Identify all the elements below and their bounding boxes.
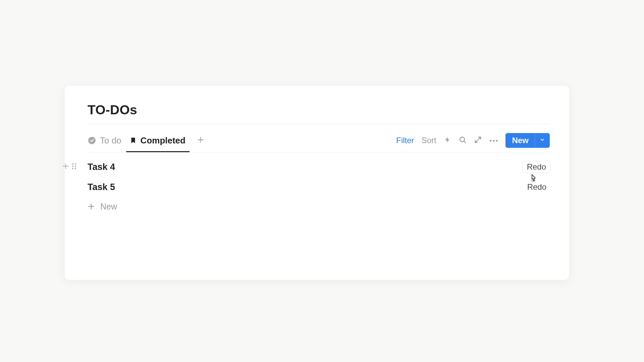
svg-point-12 <box>72 163 74 165</box>
expand-diagonal-icon <box>474 136 482 145</box>
plus-icon[interactable] <box>62 163 69 171</box>
plus-icon <box>88 203 95 210</box>
row-hover-controls <box>62 157 77 177</box>
svg-point-8 <box>493 140 494 141</box>
toolbar: Filter Sort <box>396 133 550 148</box>
tab-completed[interactable]: Completed <box>129 132 185 148</box>
tab-label: To do <box>100 135 121 146</box>
svg-point-14 <box>72 166 74 167</box>
svg-point-17 <box>75 168 76 170</box>
search-button[interactable] <box>459 136 467 145</box>
sort-button[interactable]: Sort <box>422 136 436 145</box>
task-list: Task 4 Redo Task 5 Redo New <box>88 157 550 216</box>
task-title[interactable]: Task 5 <box>88 182 115 192</box>
tabs: To do Completed <box>88 132 206 148</box>
tab-row: To do Completed <box>88 132 550 148</box>
ellipsis-icon <box>489 137 498 143</box>
expand-button[interactable] <box>474 136 482 145</box>
redo-button[interactable]: Redo <box>523 181 550 193</box>
more-options-button[interactable] <box>489 137 498 143</box>
plus-icon <box>197 136 204 145</box>
chevron-down-icon <box>540 137 545 144</box>
svg-point-13 <box>75 163 76 165</box>
database-card: TO-DOs To do <box>65 86 569 280</box>
svg-point-15 <box>75 166 76 167</box>
drag-handle-icon[interactable] <box>71 162 77 172</box>
task-row[interactable]: Task 4 Redo <box>88 157 550 177</box>
bookmark-icon <box>129 136 137 145</box>
svg-point-16 <box>72 168 74 170</box>
automations-button[interactable] <box>444 135 451 145</box>
svg-line-4 <box>464 141 466 143</box>
add-view-button[interactable] <box>196 135 206 145</box>
filter-button[interactable]: Filter <box>396 136 414 145</box>
card-inner: TO-DOs To do <box>88 86 550 280</box>
task-title[interactable]: Task 4 <box>88 162 115 172</box>
tab-to-do[interactable]: To do <box>88 132 121 148</box>
header-divider <box>88 124 550 124</box>
redo-button[interactable]: Redo <box>523 161 550 173</box>
new-item-row[interactable]: New <box>88 197 550 216</box>
new-item-label: New <box>100 202 117 212</box>
tabs-bottom-border <box>88 152 550 153</box>
check-circle-icon <box>88 136 96 145</box>
new-button[interactable]: New <box>505 133 550 148</box>
task-row[interactable]: Task 5 Redo <box>88 177 550 197</box>
new-button-label: New <box>505 136 535 145</box>
lightning-icon <box>444 135 451 145</box>
svg-point-9 <box>496 140 497 141</box>
new-button-dropdown[interactable] <box>535 137 550 144</box>
page-title[interactable]: TO-DOs <box>88 103 137 117</box>
search-icon <box>459 136 467 145</box>
svg-point-0 <box>88 137 96 144</box>
tab-label: Completed <box>141 135 185 146</box>
svg-point-7 <box>490 140 491 141</box>
